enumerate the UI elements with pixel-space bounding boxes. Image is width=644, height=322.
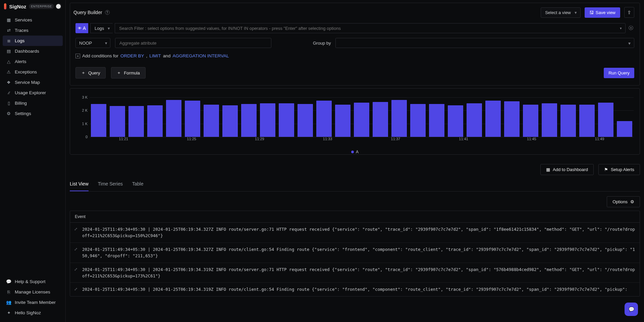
sidebar-item-label: Exceptions: [15, 69, 37, 74]
query-tag-label: A: [83, 25, 86, 31]
chart-bar: [91, 104, 106, 137]
sidebar-item-label: Billing: [15, 101, 27, 106]
theme-toggle[interactable]: ☾: [57, 3, 61, 9]
toggle-knob: [56, 4, 61, 9]
tab-time-series[interactable]: Time Series: [98, 177, 123, 191]
options-row: Options⚙: [70, 196, 640, 207]
chart-bar: [523, 105, 538, 137]
tab-table[interactable]: Table: [132, 177, 143, 191]
sidebar-item-label: Usage Explorer: [15, 90, 46, 95]
help-icon[interactable]: ?: [105, 10, 110, 15]
x-tick: 11:37: [391, 137, 400, 141]
source-select[interactable]: Logs: [90, 23, 113, 33]
chart-bar: [354, 103, 369, 137]
x-tick: 11:21: [119, 137, 128, 141]
bell-icon: △: [6, 59, 11, 64]
and-text: and: [163, 53, 171, 58]
y-tick: 1 K: [82, 122, 88, 126]
options-button[interactable]: Options⚙: [607, 196, 640, 207]
save-view-button[interactable]: 🖫 Save view: [585, 7, 620, 18]
group-by-input[interactable]: [335, 38, 634, 48]
chart-bar: [410, 104, 426, 137]
sidebar-item-hello[interactable]: ✦Hello SigNoz: [3, 308, 63, 318]
sidebar-item-label: Manage Licenses: [15, 289, 50, 294]
chevron-down-icon[interactable]: ▾: [620, 26, 622, 31]
y-tick: 2 K: [82, 108, 88, 112]
sidebar-item-exceptions[interactable]: ⚠Exceptions: [3, 67, 63, 77]
gear-icon: ⚙: [6, 111, 11, 116]
sidebar-item-help[interactable]: 💬Help & Support: [3, 276, 63, 287]
log-message: 2024-01-25T11:49:34+05:30 | 2024-01-25T0…: [82, 266, 636, 279]
kw-order: ORDER BY: [120, 53, 144, 58]
sidebar-item-settings[interactable]: ⚙Settings: [3, 108, 63, 119]
sidebar-item-usage-explorer[interactable]: ⫽Usage Explorer: [3, 88, 63, 98]
chart-bar: [373, 102, 388, 137]
aggregate-input[interactable]: [119, 41, 267, 46]
key-icon: ⎘: [6, 289, 11, 294]
kw-limit: LIMIT: [149, 53, 161, 58]
expand-icon[interactable]: ⤢: [74, 246, 79, 252]
tab-list-view[interactable]: List View: [70, 177, 89, 191]
add-query-label: Query: [88, 70, 100, 75]
plus-icon: ＋: [117, 70, 121, 76]
secondary-nav: 💬Help & Support ⎘Manage Licenses 👥Invite…: [0, 275, 65, 322]
x-tick: 11:29: [255, 137, 264, 141]
plus-icon: +: [75, 54, 80, 58]
chat-fab[interactable]: 💬: [625, 303, 638, 316]
main-content: Query Builder ? Select a view 🖫 Save vie…: [66, 0, 644, 322]
share-icon: ⇪: [627, 10, 631, 15]
chart-bar: [617, 121, 632, 137]
chart-bar: [429, 104, 444, 137]
y-tick: 0: [86, 135, 88, 139]
query-tag[interactable]: 👁 A: [75, 23, 88, 33]
log-row[interactable]: ⤢2024-01-25T11:49:34+05:30 | 2024-01-25T…: [70, 223, 640, 243]
sidebar-item-alerts[interactable]: △Alerts: [3, 56, 63, 67]
close-icon: ⓧ: [629, 25, 633, 31]
sidebar-item-billing[interactable]: ▯Billing: [3, 98, 63, 108]
sidebar-item-service-map[interactable]: ❖Service Map: [3, 77, 63, 88]
select-view-dropdown[interactable]: Select a view: [541, 7, 581, 18]
sidebar-item-traces[interactable]: ⇄Traces: [3, 25, 63, 36]
chart-bar: [316, 101, 332, 137]
setup-alerts-button[interactable]: ⚑Setup Alerts: [598, 164, 640, 175]
sidebar-item-label: Logs: [15, 38, 24, 43]
add-query-button[interactable]: ＋Query: [75, 67, 106, 78]
sidebar-item-invite[interactable]: 👥Invite Team Member: [3, 297, 63, 308]
sidebar-item-logs[interactable]: ≣Logs: [3, 36, 63, 46]
kw-agg: AGGREGATION INTERVAL: [172, 53, 229, 58]
conditions-text: Add conditions for: [82, 53, 118, 58]
log-row[interactable]: ⤢2024-01-25T11:49:34+05:30 | 2024-01-25T…: [70, 283, 640, 296]
flow-icon: ⇄: [6, 28, 11, 33]
sidebar-item-licenses[interactable]: ⎘Manage Licenses: [3, 287, 63, 297]
conditions-row[interactable]: + Add conditions for ORDER BY , LIMIT an…: [75, 53, 634, 58]
chart-bar: [391, 100, 407, 137]
filter-input[interactable]: [119, 26, 614, 31]
sidebar-item-dashboards[interactable]: ▤Dashboards: [3, 46, 63, 56]
add-to-dashboard-button[interactable]: ▦Add to Dashboard: [540, 164, 594, 175]
chart-bar: [448, 105, 463, 137]
remove-query-button[interactable]: ⓧ: [628, 23, 634, 33]
chart-bar: [485, 101, 501, 137]
sidebar-item-label: Help & Support: [15, 279, 46, 284]
chart-bar: [467, 103, 482, 137]
expand-icon[interactable]: ⤢: [74, 226, 79, 231]
sidebar-header: SigNoz ENTERPRISE ☾: [0, 0, 65, 13]
share-button[interactable]: ⇪: [624, 7, 634, 18]
log-row[interactable]: ⤢2024-01-25T11:49:34+05:30 | 2024-01-25T…: [70, 263, 640, 283]
expand-icon[interactable]: ⤢: [74, 266, 79, 272]
operation-select[interactable]: NOOP: [75, 38, 110, 48]
run-query-button[interactable]: Run Query: [604, 68, 634, 78]
warning-icon: ⚠: [6, 69, 11, 74]
chart-bar: [335, 105, 351, 137]
chart-bar: [204, 105, 219, 137]
log-row[interactable]: ⤢2024-01-25T11:49:34+05:30 | 2024-01-25T…: [70, 243, 640, 263]
user-plus-icon: 👥: [6, 300, 11, 305]
query-body: 👁 A Logs ▾ ⓧ NOOP: [70, 22, 640, 85]
expand-icon[interactable]: ⤢: [74, 286, 79, 291]
add-formula-button[interactable]: ＋Formula: [111, 67, 146, 78]
result-tabs: List View Time Series Table: [70, 177, 640, 192]
chat-bubble-icon: 💬: [629, 307, 634, 312]
add-formula-label: Formula: [124, 70, 140, 75]
chart-bar: [504, 101, 520, 137]
sidebar-item-services[interactable]: ▦Services: [3, 15, 63, 25]
